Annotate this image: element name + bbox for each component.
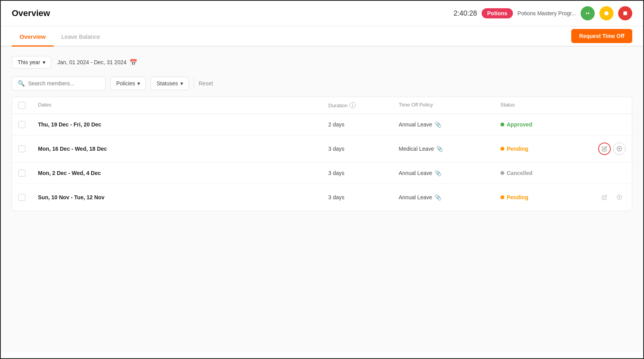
duration-info-icon[interactable]: i <box>349 102 356 108</box>
header-checkbox-cell <box>18 102 38 109</box>
row-duration: 3 days <box>328 146 399 152</box>
status-label: Pending <box>507 146 528 152</box>
leave-table: Dates Duration i Time Off Policy Status … <box>12 97 632 211</box>
attachment-icon: 📎 <box>435 194 441 200</box>
row-checkbox-cell <box>18 121 38 128</box>
row-policy: Annual Leave 📎 <box>399 194 500 200</box>
filter-divider <box>194 78 194 89</box>
year-filter-dropdown[interactable]: This year ▾ <box>12 56 51 69</box>
chevron-down-icon: ▾ <box>137 80 140 87</box>
row-status: Approved <box>500 121 586 128</box>
attachment-icon: 📎 <box>436 146 443 152</box>
timer-display: 2:40:28 <box>453 9 477 18</box>
row-checkbox[interactable] <box>18 170 25 177</box>
date-filter-row: This year ▾ Jan, 01 2024 - Dec, 31 2024 … <box>12 56 632 69</box>
row-checkbox[interactable] <box>18 145 25 152</box>
status-label: Approved <box>507 121 532 128</box>
cancel-request-button[interactable] <box>613 143 626 155</box>
statuses-filter-button[interactable]: Statuses ▾ <box>151 77 189 90</box>
attachment-icon: 📎 <box>435 121 441 128</box>
date-range-text: Jan, 01 2024 - Dec, 31 2024 <box>58 59 127 65</box>
col-header-dates: Dates <box>38 102 328 109</box>
potions-badge[interactable]: Potions <box>482 8 513 18</box>
statuses-label: Statuses <box>157 80 178 87</box>
status-dot-cancelled <box>500 171 504 175</box>
row-checkbox-cell <box>18 145 38 152</box>
chevron-down-icon: ▾ <box>43 59 45 65</box>
row-dates: Mon, 16 Dec - Wed, 18 Dec <box>38 146 328 152</box>
row-actions <box>586 143 626 155</box>
col-header-duration: Duration i <box>328 102 399 109</box>
avatar-red[interactable] <box>618 6 632 20</box>
page-title: Overview <box>12 8 50 18</box>
reset-button[interactable]: Reset <box>199 80 213 87</box>
header: Overview 2:40:28 Potions Potions Mastery… <box>1 1 643 26</box>
avatar-yellow[interactable] <box>599 6 613 20</box>
col-header-policy: Time Off Policy <box>399 102 500 109</box>
policy-label: Annual Leave <box>399 121 432 128</box>
svg-point-0 <box>604 11 609 16</box>
row-checkbox[interactable] <box>18 194 25 201</box>
avatar-green[interactable] <box>581 6 595 20</box>
row-status: Pending <box>500 146 586 152</box>
tab-leave-balance[interactable]: Leave Balance <box>54 26 108 47</box>
search-input[interactable] <box>28 80 100 87</box>
select-all-checkbox[interactable] <box>18 102 25 109</box>
row-dates: Thu, 19 Dec - Fri, 20 Dec <box>38 121 328 128</box>
row-actions <box>586 191 626 204</box>
potions-program-text: Potions Mastery Progr... <box>518 10 576 16</box>
date-range-display: Jan, 01 2024 - Dec, 31 2024 📅 <box>58 59 138 66</box>
tabs-left: Overview Leave Balance <box>12 26 108 46</box>
row-status: Pending <box>500 194 586 200</box>
col-header-status: Status <box>500 102 586 109</box>
edit-button[interactable] <box>598 143 611 155</box>
row-duration: 2 days <box>328 121 399 128</box>
policy-label: Annual Leave <box>399 170 432 176</box>
search-filter-row: 🔍 Policies ▾ Statuses ▾ Reset <box>12 76 632 90</box>
col-header-actions <box>586 102 626 109</box>
row-checkbox[interactable] <box>18 121 25 128</box>
search-box[interactable]: 🔍 <box>12 76 106 90</box>
status-label: Pending <box>507 194 528 200</box>
row-policy: Annual Leave 📎 <box>399 170 500 176</box>
row-duration: 3 days <box>328 170 399 176</box>
row-duration: 3 days <box>328 194 399 200</box>
table-row: Mon, 16 Dec - Wed, 18 Dec 3 days Medical… <box>12 135 632 162</box>
table-row: Sun, 10 Nov - Tue, 12 Nov 3 days Annual … <box>12 184 632 211</box>
edit-button[interactable] <box>598 191 611 204</box>
cancel-request-button[interactable] <box>613 191 626 204</box>
attachment-icon: 📎 <box>435 170 441 176</box>
status-dot-approved <box>500 123 504 126</box>
policy-label: Annual Leave <box>399 194 432 200</box>
row-dates: Sun, 10 Nov - Tue, 12 Nov <box>38 194 328 200</box>
row-policy: Annual Leave 📎 <box>399 121 500 128</box>
main-content: This year ▾ Jan, 01 2024 - Dec, 31 2024 … <box>1 47 643 352</box>
chevron-down-icon: ▾ <box>180 80 183 87</box>
year-filter-label: This year <box>18 59 40 65</box>
tabs-bar: Overview Leave Balance Request Time Off <box>1 26 643 47</box>
table-row: Thu, 19 Dec - Fri, 20 Dec 2 days Annual … <box>12 114 632 135</box>
request-time-off-button[interactable]: Request Time Off <box>571 29 632 43</box>
calendar-icon[interactable]: 📅 <box>130 59 137 66</box>
status-label: Cancelled <box>507 170 532 176</box>
row-dates: Mon, 2 Dec - Wed, 4 Dec <box>38 170 328 176</box>
svg-rect-1 <box>623 11 627 15</box>
table-row: Mon, 2 Dec - Wed, 4 Dec 3 days Annual Le… <box>12 162 632 184</box>
row-policy: Medical Leave 📎 <box>399 146 500 152</box>
status-dot-pending <box>500 195 504 199</box>
row-checkbox-cell <box>18 194 38 201</box>
table-header: Dates Duration i Time Off Policy Status <box>12 97 632 114</box>
policy-label: Medical Leave <box>399 146 434 152</box>
policies-label: Policies <box>116 80 135 87</box>
row-status: Cancelled <box>500 170 586 176</box>
search-icon: 🔍 <box>18 80 25 87</box>
policies-filter-button[interactable]: Policies ▾ <box>110 77 146 90</box>
tab-overview[interactable]: Overview <box>12 26 54 47</box>
header-right: 2:40:28 Potions Potions Mastery Progr... <box>453 6 632 20</box>
row-checkbox-cell <box>18 170 38 177</box>
status-dot-pending <box>500 147 504 151</box>
